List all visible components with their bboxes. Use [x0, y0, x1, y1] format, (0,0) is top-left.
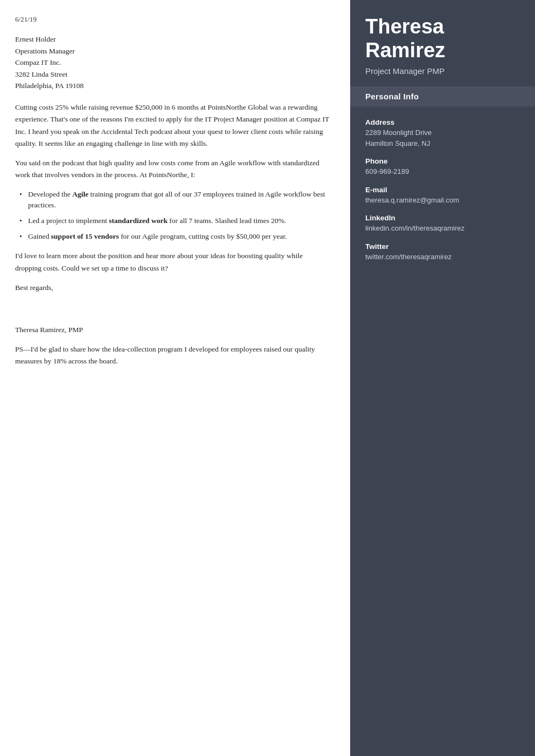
paragraph-2-intro: You said on the podcast that high qualit… — [15, 157, 331, 181]
bullet2-bold: standardized work — [109, 217, 168, 225]
email-label: E-mail — [365, 186, 520, 194]
phone-label: Phone — [365, 157, 520, 165]
closing: Best regards, Theresa Ramirez, PMP — [15, 282, 331, 336]
bullet3-post: for our Agile program, cutting costs by … — [119, 232, 287, 240]
linkedin-label: LinkedIn — [365, 214, 520, 222]
personal-info-heading: Personal Info — [350, 86, 535, 106]
signature-space — [15, 294, 331, 322]
address-line2: Hamilton Square, NJ — [365, 138, 520, 149]
recipient-title: Operations Manager — [15, 45, 331, 57]
linkedin-block: LinkedIn linkedin.com/in/theresaqramirez — [365, 214, 520, 234]
name-line2: Ramirez — [365, 39, 445, 62]
bullet1-bold: Agile — [72, 190, 89, 198]
linkedin-value: linkedin.com/in/theresaqramirez — [365, 223, 520, 234]
bullet-item-3: Gained support of 15 vendors for our Agi… — [19, 231, 331, 242]
recipient-company: Compaz IT Inc. — [15, 57, 331, 69]
bullet-list: Developed the Agile training program tha… — [19, 189, 331, 243]
bullet2-pre: Led a project to implement — [28, 217, 109, 225]
bullet3-bold: support of 15 vendors — [51, 232, 119, 240]
phone-value: 609-969-2189 — [365, 166, 520, 177]
candidate-title: Project Manager PMP — [365, 66, 520, 76]
phone-block: Phone 609-969-2189 — [365, 157, 520, 177]
personal-info-section: Address 2289 Moonlight Drive Hamilton Sq… — [350, 109, 535, 276]
bullet2-post: for all 7 teams. Slashed lead times 20%. — [168, 217, 286, 225]
email-value: theresa.q.ramirez@gmail.com — [365, 195, 520, 206]
email-block: E-mail theresa.q.ramirez@gmail.com — [365, 186, 520, 206]
paragraph-1: Cutting costs 25% while raising revenue … — [15, 102, 331, 150]
bullet1-pre: Developed the — [28, 190, 72, 198]
sidebar-header: Theresa Ramirez Project Manager PMP — [350, 0, 535, 86]
sidebar: Theresa Ramirez Project Manager PMP Pers… — [350, 0, 535, 756]
letter-body: Cutting costs 25% while raising revenue … — [15, 102, 331, 367]
twitter-block: Twitter twitter.com/theresaqramirez — [365, 242, 520, 262]
letter-date: 6/21/19 — [15, 15, 331, 24]
bullet3-pre: Gained — [28, 232, 51, 240]
address-label: Address — [365, 118, 520, 126]
letter-content: 6/21/19 Ernest Holder Operations Manager… — [0, 0, 350, 756]
twitter-label: Twitter — [365, 242, 520, 251]
bullet-item-1: Developed the Agile training program tha… — [19, 189, 331, 212]
signature-name: Theresa Ramirez, PMP — [15, 324, 331, 336]
paragraph-3: I'd love to learn more about the positio… — [15, 250, 331, 274]
recipient-city: Philadelphia, PA 19108 — [15, 80, 331, 92]
recipient-name: Ernest Holder — [15, 33, 331, 45]
recipient-block: Ernest Holder Operations Manager Compaz … — [15, 33, 331, 92]
address-block: Address 2289 Moonlight Drive Hamilton Sq… — [365, 118, 520, 148]
bullet-item-2: Led a project to implement standardized … — [19, 215, 331, 227]
recipient-street: 3282 Linda Street — [15, 69, 331, 80]
twitter-value: twitter.com/theresaqramirez — [365, 252, 520, 262]
address-line1: 2289 Moonlight Drive — [365, 127, 520, 138]
candidate-name: Theresa Ramirez — [365, 15, 520, 62]
name-line1: Theresa — [365, 15, 444, 38]
closing-text: Best regards, — [15, 282, 331, 294]
ps-block: PS—I'd be glad to share how the idea-col… — [15, 343, 331, 367]
